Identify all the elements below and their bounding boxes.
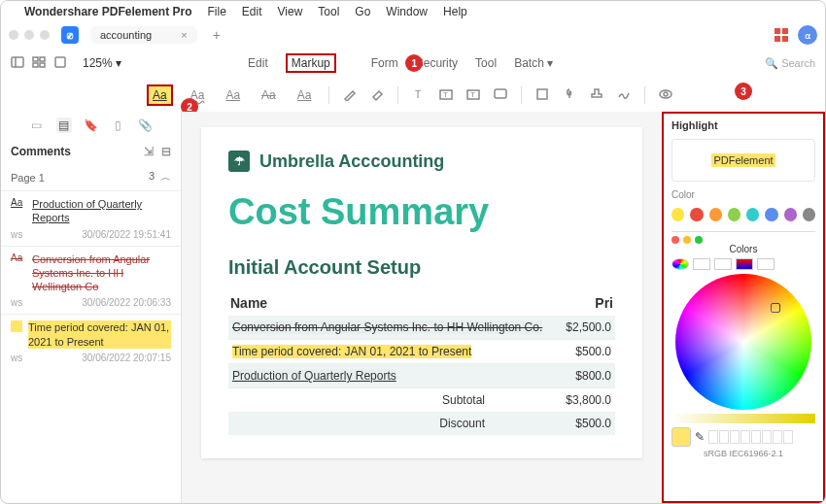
svg-text:T: T: [470, 90, 475, 99]
tab-markup[interactable]: Markup: [286, 53, 336, 73]
thumbnails-icon[interactable]: ▯: [111, 118, 126, 133]
doc-title: Cost Summary: [228, 191, 615, 233]
swatch[interactable]: [728, 208, 740, 221]
tab-form[interactable]: Form: [371, 56, 398, 70]
svg-text:T: T: [443, 90, 448, 99]
tab-tool[interactable]: Tool: [475, 56, 497, 70]
page: ☂Umbrella Acccounting Cost Summary Initi…: [201, 127, 642, 458]
tab-edit[interactable]: Edit: [248, 56, 268, 70]
wheel-tab-icon[interactable]: [671, 258, 689, 270]
swatch[interactable]: [746, 208, 759, 221]
highlight-tool[interactable]: Aa: [147, 84, 173, 106]
cell-price: $500.0: [543, 345, 611, 358]
subtotal-label: Subtotal: [232, 393, 543, 407]
underline2-tool[interactable]: Aa: [222, 86, 244, 104]
comment-item[interactable]: Time period covered: JAN 01, 2021 to Pre…: [1, 314, 181, 369]
comment-text: Conversion from Angular Systems Inc. to …: [32, 252, 171, 294]
chevron-up-icon[interactable]: ︿: [160, 170, 171, 185]
close-icon[interactable]: ×: [181, 29, 187, 41]
highlight-mark-icon: Aa: [11, 197, 26, 208]
textbox2-icon[interactable]: T: [439, 87, 453, 104]
properties-panel: Highlight PDFelement Color Colors: [662, 112, 825, 503]
wheel-cursor[interactable]: [771, 303, 780, 313]
callout-icon[interactable]: T: [466, 87, 480, 104]
app-name[interactable]: Wondershare PDFelement Pro: [24, 5, 192, 18]
color-wells[interactable]: [708, 430, 793, 444]
tab-batch[interactable]: Batch ▾: [514, 56, 553, 70]
comment-item[interactable]: AaProduction of Quarterly Reports ws30/0…: [1, 190, 181, 246]
comment-text: Production of Quarterly Reports: [32, 197, 171, 225]
eraser-icon[interactable]: [370, 87, 384, 104]
col-name: Name: [230, 295, 545, 311]
comment-author: ws: [11, 229, 22, 240]
menu-edit[interactable]: Edit: [242, 5, 262, 18]
panel-title: Highlight: [671, 119, 815, 131]
comment-item[interactable]: AaConversion from Angular Systems Inc. t…: [1, 246, 181, 315]
document-canvas[interactable]: ☂Umbrella Acccounting Cost Summary Initi…: [182, 112, 662, 503]
document-tab[interactable]: accounting ×: [90, 26, 197, 44]
svg-rect-6: [55, 57, 65, 67]
shape-icon[interactable]: [535, 87, 549, 104]
bookmarks-icon[interactable]: ▭: [29, 118, 45, 133]
comments-icon[interactable]: ▤: [56, 118, 72, 133]
signature-icon[interactable]: [617, 87, 631, 104]
highlight-mark-icon: [11, 320, 22, 332]
color-swatches: [671, 208, 815, 221]
note-icon[interactable]: [494, 87, 507, 104]
textbox-icon[interactable]: T: [412, 87, 426, 104]
swatch[interactable]: [803, 208, 815, 221]
menu-file[interactable]: File: [208, 5, 226, 18]
sliders-tab-icon[interactable]: [693, 258, 710, 270]
menu-view[interactable]: View: [278, 5, 303, 18]
page-view-icon[interactable]: [53, 55, 67, 72]
stamp-icon[interactable]: [590, 87, 603, 104]
color-profile[interactable]: sRGB IEC61966-2.1: [671, 449, 815, 458]
swatch[interactable]: [690, 208, 703, 221]
new-tab-button[interactable]: +: [213, 27, 221, 43]
attach-icon[interactable]: [563, 87, 576, 104]
color-picker: Colors ✎ sRGB IEC61966-2.1: [671, 231, 815, 458]
menu-tool[interactable]: Tool: [318, 5, 339, 18]
palette-tab-icon[interactable]: [714, 258, 732, 270]
swatch[interactable]: [709, 208, 722, 221]
caret-tool[interactable]: Aa: [293, 86, 316, 104]
svg-rect-2: [33, 57, 38, 61]
page-label: Page 1: [11, 172, 45, 184]
svg-rect-13: [537, 89, 547, 99]
sidebar-toggle-icon[interactable]: [11, 55, 24, 72]
attachments-icon[interactable]: 📎: [138, 118, 154, 133]
account-avatar[interactable]: ⍺: [798, 25, 817, 45]
strike-mark-icon: Aa: [11, 252, 26, 263]
zoom-level[interactable]: 125% ▾: [83, 56, 121, 70]
search-input[interactable]: 🔍 Search: [765, 57, 815, 70]
brightness-slider[interactable]: [671, 414, 815, 423]
export-icon[interactable]: ⇲: [144, 145, 154, 158]
menu-window[interactable]: Window: [386, 5, 428, 18]
bookmark2-icon[interactable]: 🔖: [84, 118, 99, 133]
swatch[interactable]: [671, 208, 684, 221]
main-tabs: Edit Markup Form Security Tool Batch ▾: [248, 53, 553, 73]
strikethrough-tool[interactable]: Aa: [258, 86, 280, 104]
swatch[interactable]: [784, 208, 797, 221]
swatch[interactable]: [765, 208, 777, 221]
svg-rect-0: [12, 57, 23, 67]
svg-rect-5: [40, 63, 45, 67]
pencils-tab-icon[interactable]: [757, 258, 774, 270]
spectrum-tab-icon[interactable]: [736, 258, 753, 270]
marker-icon[interactable]: [343, 87, 357, 104]
cell-name: Conversion from Angular Systems Inc. to …: [232, 320, 542, 334]
apps-icon[interactable]: [774, 28, 788, 42]
eyedropper-icon[interactable]: ✎: [695, 430, 705, 444]
comment-author: ws: [11, 297, 22, 308]
color-wheel[interactable]: [675, 274, 811, 410]
eye-icon[interactable]: [659, 87, 672, 104]
menu-go[interactable]: Go: [355, 5, 370, 18]
col-price: Pri: [545, 295, 613, 311]
menu-help[interactable]: Help: [443, 5, 467, 18]
window-controls[interactable]: [9, 30, 50, 40]
filter-icon[interactable]: ⊟: [161, 145, 171, 158]
brand-name: Umbrella Acccounting: [259, 151, 444, 172]
thumbnail-view-icon[interactable]: [32, 55, 46, 72]
discount-label: Discount: [232, 417, 543, 430]
current-color[interactable]: [671, 427, 691, 447]
